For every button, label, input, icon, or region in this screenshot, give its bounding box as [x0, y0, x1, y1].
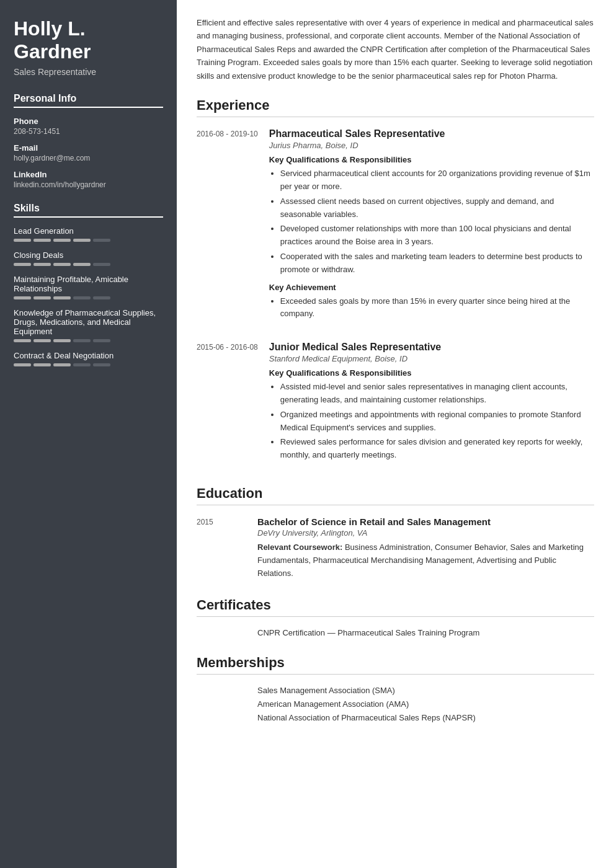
certificate-entry: CNPR Certification — Pharmaceutical Sale…	[197, 628, 594, 637]
linkedin-value: linkedin.com/in/hollygardner	[14, 180, 163, 189]
exp-qualifications-label: Key Qualifications & Responsibilities	[269, 368, 594, 378]
skill-bar	[53, 239, 71, 242]
candidate-title: Sales Representative	[14, 67, 163, 77]
exp-job-title: Pharmaceutical Sales Representative	[269, 128, 594, 140]
skill-bar	[53, 296, 71, 299]
skill-bar	[93, 363, 110, 366]
skill-bar	[33, 339, 51, 342]
membership-spacer	[197, 699, 246, 709]
education-heading: Education	[197, 485, 594, 505]
membership-spacer	[197, 686, 246, 695]
experience-entry: 2015-06 - 2016-08Junior Medical Sales Re…	[197, 342, 594, 468]
linkedin-label: LinkedIn	[14, 170, 163, 179]
education-entry: 2015Bachelor of Science in Retail and Sa…	[197, 516, 594, 580]
memberships-section: Memberships Sales Management Association…	[197, 655, 594, 722]
edu-coursework-label: Relevant Coursework:	[257, 542, 345, 552]
experience-list: 2016-08 - 2019-10Pharmaceutical Sales Re…	[197, 128, 594, 468]
list-item: Assisted mid-level and senior sales repr…	[280, 381, 594, 407]
certificates-section: Certificates CNPR Certification — Pharma…	[197, 597, 594, 637]
list-item: Serviced pharmaceutical client accounts …	[280, 167, 594, 193]
exp-date: 2016-08 - 2019-10	[197, 128, 258, 327]
cert-spacer	[197, 628, 246, 637]
certificates-heading: Certificates	[197, 597, 594, 617]
cert-text: CNPR Certification — Pharmaceutical Sale…	[257, 628, 479, 637]
exp-job-title: Junior Medical Sales Representative	[269, 342, 594, 353]
exp-body: Junior Medical Sales RepresentativeStanf…	[269, 342, 594, 468]
education-list: 2015Bachelor of Science in Retail and Sa…	[197, 516, 594, 580]
exp-company: Jurius Pharma, Boise, ID	[269, 141, 594, 150]
membership-text: Sales Management Association (SMA)	[257, 686, 395, 695]
experience-section: Experience 2016-08 - 2019-10Pharmaceutic…	[197, 97, 594, 468]
list-item: Cooperated with the sales and marketing …	[280, 250, 594, 277]
skill-bar	[33, 296, 51, 299]
edu-degree: Bachelor of Science in Retail and Sales …	[257, 516, 594, 527]
edu-date: 2015	[197, 516, 246, 580]
skill-bar	[14, 239, 31, 242]
edu-school: DeVry University, Arlington, VA	[257, 528, 594, 538]
skill-bar	[53, 363, 71, 366]
skill-bar	[14, 363, 31, 366]
personal-info-heading: Personal Info	[14, 93, 163, 108]
exp-qualifications-list: Assisted mid-level and senior sales repr…	[269, 381, 594, 462]
skill-name: Knowledge of Pharmaceutical Supplies, Dr…	[14, 308, 163, 336]
membership-entry: Sales Management Association (SMA)	[197, 686, 594, 695]
skill-bar	[73, 363, 91, 366]
main-content: Efficient and effective sales representa…	[177, 0, 614, 868]
memberships-list: Sales Management Association (SMA)Americ…	[197, 686, 594, 722]
phone-label: Phone	[14, 117, 163, 126]
exp-date: 2015-06 - 2016-08	[197, 342, 258, 468]
email-label: E-mail	[14, 143, 163, 153]
membership-text: National Association of Pharmaceutical S…	[257, 713, 476, 722]
certificates-list: CNPR Certification — Pharmaceutical Sale…	[197, 628, 594, 637]
experience-entry: 2016-08 - 2019-10Pharmaceutical Sales Re…	[197, 128, 594, 327]
skill-bar	[53, 263, 71, 266]
list-item: Organized meetings and appointments with…	[280, 409, 594, 435]
skill-name: Lead Generation	[14, 226, 163, 236]
skill-bar	[33, 239, 51, 242]
skill-bar	[93, 339, 110, 342]
resume-wrapper: Holly L. Gardner Sales Representative Pe…	[0, 0, 614, 868]
education-section: Education 2015Bachelor of Science in Ret…	[197, 485, 594, 580]
sidebar: Holly L. Gardner Sales Representative Pe…	[0, 0, 177, 868]
skill-bars	[14, 263, 163, 266]
exp-achievement-label: Key Achievement	[269, 283, 594, 292]
exp-company: Stanford Medical Equipment, Boise, ID	[269, 354, 594, 363]
skill-bars	[14, 363, 163, 366]
experience-heading: Experience	[197, 97, 594, 117]
exp-body: Pharmaceutical Sales RepresentativeJuriu…	[269, 128, 594, 327]
membership-entry: National Association of Pharmaceutical S…	[197, 713, 594, 722]
phone-value: 208-573-1451	[14, 127, 163, 136]
edu-coursework: Relevant Coursework: Business Administra…	[257, 541, 594, 580]
skill-bar	[73, 239, 91, 242]
skill-bar	[33, 263, 51, 266]
email-value: holly.gardner@me.com	[14, 154, 163, 162]
exp-qualifications-list: Serviced pharmaceutical client accounts …	[269, 167, 594, 276]
skill-bar	[53, 339, 71, 342]
skill-name: Maintaining Profitable, Amicable Relatio…	[14, 275, 163, 293]
membership-spacer	[197, 713, 246, 722]
exp-achievements-list: Exceeded sales goals by more than 15% in…	[269, 295, 594, 321]
skill-bars	[14, 296, 163, 299]
membership-text: American Management Association (AMA)	[257, 699, 409, 709]
edu-body: Bachelor of Science in Retail and Sales …	[257, 516, 594, 580]
skill-bars	[14, 239, 163, 242]
list-item: Reviewed sales performance for sales div…	[280, 436, 594, 462]
skill-name: Contract & Deal Negotiation	[14, 351, 163, 360]
skill-bar	[73, 263, 91, 266]
candidate-name: Holly L. Gardner	[14, 17, 163, 63]
summary-text: Efficient and effective sales representa…	[197, 16, 594, 82]
skill-bar	[14, 296, 31, 299]
skill-bar	[73, 339, 91, 342]
list-item: Developed customer relationships with mo…	[280, 223, 594, 249]
list-item: Exceeded sales goals by more than 15% in…	[280, 295, 594, 321]
skill-bars	[14, 339, 163, 342]
skill-name: Closing Deals	[14, 250, 163, 260]
skill-bar	[33, 363, 51, 366]
skill-bar	[93, 296, 110, 299]
skill-bar	[93, 263, 110, 266]
exp-qualifications-label: Key Qualifications & Responsibilities	[269, 155, 594, 164]
skills-heading: Skills	[14, 203, 163, 218]
memberships-heading: Memberships	[197, 655, 594, 675]
list-item: Assessed client needs based on current o…	[280, 195, 594, 221]
skill-bar	[14, 263, 31, 266]
